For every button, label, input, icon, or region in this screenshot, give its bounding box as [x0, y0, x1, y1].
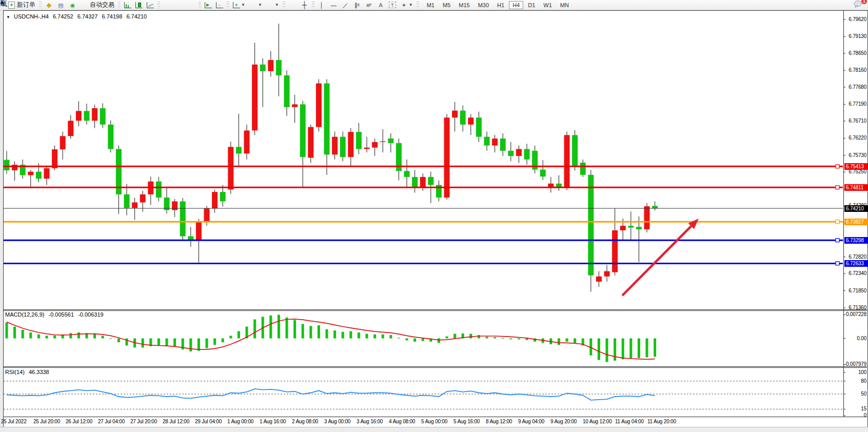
time-axis-label: 9 Aug 04:00 [518, 419, 544, 424]
status-strip [0, 427, 868, 432]
axis-tick-label: 50 [861, 391, 866, 397]
new-order-icon: + [8, 2, 15, 9]
tile-windows-button[interactable] [186, 1, 196, 9]
chart-title: ▼ USDCNH-,H4 6.74252 6.74327 6.74198 6.7… [6, 13, 149, 19]
macd-signal-value: -0.006319 [78, 311, 104, 318]
quote-close: 6.74210 [126, 13, 147, 19]
navigator-button[interactable]: ◉ [67, 1, 78, 9]
axis-tick-label: 6.71850 [849, 288, 866, 293]
axis-tick-label: 0.00 [857, 336, 866, 341]
auto-scroll-button[interactable]: ▶ [203, 1, 213, 9]
chevron-down-icon: ▼ [241, 3, 245, 7]
axis-tick-label: 6.79130 [849, 33, 866, 39]
timeframe-M15[interactable]: M15 [455, 1, 473, 9]
time-axis-label: 2 Aug 08:00 [292, 419, 318, 424]
axis-price-box: 6.75413 [844, 163, 868, 170]
bar-chart-button[interactable] [123, 1, 133, 9]
candlestick-icon [135, 2, 143, 8]
horizontal-line-tool[interactable]: — [328, 1, 339, 9]
candlestick-chart-button[interactable] [134, 1, 144, 9]
trendline-tool[interactable]: ／ [340, 1, 351, 9]
axis-tick-label: 6.72340 [849, 270, 866, 276]
cursor-button[interactable] [287, 1, 298, 9]
timeframe-M1[interactable]: M1 [423, 1, 438, 9]
new-order-button[interactable]: + 新订单 [6, 1, 37, 9]
toolbar-grip[interactable] [2, 2, 4, 9]
rsi-label: RSI(14) [5, 369, 25, 375]
axis-tick-label: 6.77190 [849, 101, 866, 107]
metaeditor-button[interactable]: ◆ [44, 1, 54, 9]
timeframe-D1[interactable]: D1 [524, 1, 539, 9]
chart-shift-button[interactable]: → [214, 1, 225, 9]
line-chart-button[interactable] [145, 1, 155, 9]
crosshair-icon: ┼ [301, 2, 308, 9]
search-button[interactable] [838, 1, 849, 9]
notification-badge: 1 [861, 0, 867, 4]
timeframe-W1[interactable]: W1 [540, 1, 556, 9]
notifications-button[interactable]: 1 [854, 1, 864, 9]
time-axis-label: 5 Aug 16:00 [453, 419, 480, 424]
chart-window[interactable] [3, 10, 868, 427]
template-icon [266, 2, 274, 9]
zoom-in-icon [164, 2, 171, 9]
new-order-label: 新订单 [17, 1, 35, 9]
channel-tool[interactable]: ∥E [352, 1, 363, 9]
toolbar-grip[interactable] [312, 2, 314, 9]
zoom-out-icon [175, 2, 183, 9]
toolbar-grip[interactable] [283, 2, 285, 9]
vertical-line-tool[interactable]: │ [317, 1, 327, 9]
vertical-line-icon: │ [318, 2, 326, 9]
axis-tick-label: 80 [861, 378, 866, 384]
crosshair-button[interactable]: ┼ [299, 1, 310, 9]
toolbar-grip[interactable] [227, 2, 229, 9]
axis-price-box: 6.74811 [844, 184, 868, 191]
timeframe-M5[interactable]: M5 [439, 1, 454, 9]
toolbar-grip[interactable] [157, 2, 160, 9]
pane-separator-macd[interactable] [4, 309, 867, 311]
macd-label: MACD(12,26,9) [5, 311, 44, 318]
templates-button[interactable]: ▼ [265, 1, 281, 9]
timeframe-bar: M1M5M15M30H1H4D1W1MN [423, 1, 573, 9]
collapse-triangle-icon[interactable]: ▼ [6, 15, 10, 19]
autotrade-button[interactable]: 自动交易 [79, 1, 116, 9]
search-icon [840, 2, 847, 9]
toolbar-grip[interactable] [417, 2, 419, 9]
axis-tick-label: 6.75250 [849, 169, 866, 174]
text-tool[interactable]: A [376, 1, 386, 9]
toolbar-grip[interactable] [118, 2, 121, 9]
axis-tick-label: 6.78160 [849, 67, 866, 73]
timeframe-H4[interactable]: H4 [509, 1, 523, 9]
axis-price-box: 6.72633 [844, 260, 868, 267]
time-axis-label: 3 Aug 16:00 [357, 419, 383, 424]
toolbar-grip[interactable] [39, 2, 42, 9]
time-axis-label: 29 Jul 04:00 [195, 419, 222, 424]
text-label-tool[interactable]: T [387, 1, 398, 9]
periods-button[interactable]: ▼ [248, 1, 264, 9]
fibonacci-tool[interactable]: ≡F [364, 1, 374, 9]
pane-separator-rsi[interactable] [4, 366, 867, 368]
print-button[interactable]: ▤ [55, 1, 66, 9]
zoom-out-button[interactable] [174, 1, 185, 9]
axis-tick-label: 6.77680 [849, 84, 866, 90]
arrows-tool[interactable]: ✦ ▼ [399, 1, 415, 9]
timeframe-M30[interactable]: M30 [475, 1, 492, 9]
time-axis-label: 1 Aug 16:00 [260, 419, 286, 424]
time-axis-label: 28 Jul 12:00 [163, 419, 189, 424]
ring-icon: ◉ [69, 2, 76, 9]
axis-tick-label: 6.76710 [849, 118, 866, 124]
macd-main-value: -0.005561 [48, 311, 74, 318]
axis-tick-label: 0.007228 [846, 311, 866, 317]
axis-tick-label: 6.76220 [849, 135, 866, 141]
time-axis-label: 9 Aug 20:00 [550, 419, 577, 424]
time-axis-label: 8 Aug 12:00 [486, 419, 512, 424]
main-toolbar: + 新订单 ◆ ▤ ◉ 自动交易 ▶ → + ▼ [0, 0, 868, 10]
rsi-value: 46.3338 [29, 369, 49, 375]
axis-tick-label: 6.71360 [849, 305, 866, 310]
time-axis-label: 5 Aug 00:00 [421, 419, 447, 424]
timeframe-H1[interactable]: H1 [494, 1, 508, 9]
timeframe-MN[interactable]: MN [557, 1, 573, 9]
channel-icon: ∥E [353, 2, 361, 9]
zoom-in-button[interactable] [162, 1, 173, 9]
toolbar-grip[interactable] [199, 2, 201, 9]
indicators-button[interactable]: + ▼ [231, 1, 247, 9]
